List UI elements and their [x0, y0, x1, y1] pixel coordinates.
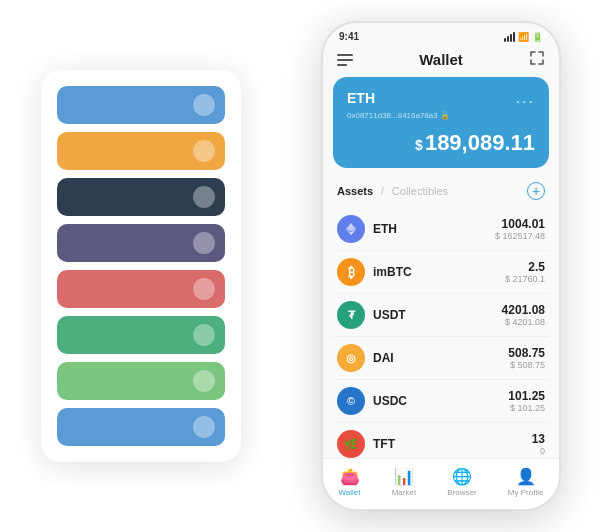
bottom-nav: 👛 Wallet 📊 Market 🌐 Browser 👤 My Profile	[323, 458, 559, 509]
list-item[interactable]	[57, 362, 225, 400]
expand-icon[interactable]	[529, 50, 545, 69]
asset-name: DAI	[373, 351, 508, 365]
wallet-card-header: ETH ...	[347, 89, 535, 107]
time-display: 9:41	[339, 31, 359, 42]
browser-nav-label: Browser	[447, 488, 476, 497]
svg-marker-0	[346, 223, 356, 232]
list-item[interactable]	[57, 224, 225, 262]
market-nav-icon: 📊	[394, 467, 414, 486]
asset-amount: 4201.08 $ 4201.08	[502, 303, 545, 327]
nav-item-market[interactable]: 📊 Market	[392, 467, 416, 497]
wallet-nav-label: Wallet	[339, 488, 361, 497]
card-dot-icon	[193, 278, 215, 300]
card-dot-icon	[193, 140, 215, 162]
usdc-icon: ©	[337, 387, 365, 415]
page-title: Wallet	[419, 51, 463, 68]
table-row[interactable]: ₮ USDT 4201.08 $ 4201.08	[333, 294, 549, 337]
asset-name: TFT	[373, 437, 532, 451]
asset-name: USDC	[373, 394, 508, 408]
battery-icon: 🔋	[532, 32, 543, 42]
wallet-card[interactable]: ETH ... 0x08711d38...8416a78a3 🔒 $189,08…	[333, 77, 549, 168]
wallet-options-button[interactable]: ...	[516, 89, 535, 107]
nav-item-wallet[interactable]: 👛 Wallet	[339, 467, 361, 497]
card-stack	[41, 70, 241, 462]
table-row[interactable]: © USDC 101.25 $ 101.25	[333, 380, 549, 423]
list-item[interactable]	[57, 270, 225, 308]
list-item[interactable]	[57, 178, 225, 216]
card-dot-icon	[193, 186, 215, 208]
eth-icon	[337, 215, 365, 243]
card-dot-icon	[193, 94, 215, 116]
asset-name: ETH	[373, 222, 495, 236]
card-dot-icon	[193, 324, 215, 346]
assets-tabs: Assets / Collectibles	[337, 185, 448, 197]
menu-icon[interactable]	[337, 54, 353, 66]
balance-amount: 189,089.11	[425, 130, 535, 155]
assets-header: Assets / Collectibles +	[323, 178, 559, 208]
nav-item-profile[interactable]: 👤 My Profile	[508, 467, 544, 497]
list-item[interactable]	[57, 132, 225, 170]
asset-name: USDT	[373, 308, 502, 322]
table-row[interactable]: ETH 1004.01 $ 162517.48	[333, 208, 549, 251]
wallet-balance: $189,089.11	[347, 130, 535, 156]
list-item[interactable]	[57, 316, 225, 354]
tab-assets[interactable]: Assets	[337, 185, 373, 197]
phone-header: Wallet	[323, 46, 559, 77]
table-row[interactable]: ◎ DAI 508.75 $ 508.75	[333, 337, 549, 380]
asset-name: imBTC	[373, 265, 505, 279]
status-icons: 📶 🔋	[504, 32, 543, 42]
wallet-nav-icon: 👛	[340, 467, 360, 486]
browser-nav-icon: 🌐	[452, 467, 472, 486]
list-item[interactable]	[57, 86, 225, 124]
wifi-icon: 📶	[518, 32, 529, 42]
market-nav-label: Market	[392, 488, 416, 497]
dai-icon: ◎	[337, 344, 365, 372]
card-dot-icon	[193, 370, 215, 392]
card-dot-icon	[193, 232, 215, 254]
phone-mockup: 9:41 📶 🔋 Wallet ETH	[321, 21, 561, 511]
wallet-coin-label: ETH	[347, 90, 375, 106]
asset-amount: 1004.01 $ 162517.48	[495, 217, 545, 241]
usdt-icon: ₮	[337, 301, 365, 329]
signal-icon	[504, 32, 515, 42]
asset-amount: 2.5 $ 21760.1	[505, 260, 545, 284]
asset-list: ETH 1004.01 $ 162517.48 ₿ imBTC 2.5 $ 21…	[323, 208, 559, 458]
scene: 9:41 📶 🔋 Wallet ETH	[11, 11, 591, 521]
table-row[interactable]: ₿ imBTC 2.5 $ 21760.1	[333, 251, 549, 294]
currency-symbol: $	[415, 137, 423, 153]
asset-amount: 508.75 $ 508.75	[508, 346, 545, 370]
wallet-address: 0x08711d38...8416a78a3 🔒	[347, 111, 535, 120]
nav-item-browser[interactable]: 🌐 Browser	[447, 467, 476, 497]
imbtc-icon: ₿	[337, 258, 365, 286]
tab-separator: /	[381, 186, 384, 197]
asset-amount: 101.25 $ 101.25	[508, 389, 545, 413]
tab-collectibles[interactable]: Collectibles	[392, 185, 448, 197]
add-asset-button[interactable]: +	[527, 182, 545, 200]
tft-icon: 🌿	[337, 430, 365, 458]
table-row[interactable]: 🌿 TFT 13 0	[333, 423, 549, 458]
profile-nav-label: My Profile	[508, 488, 544, 497]
profile-nav-icon: 👤	[516, 467, 536, 486]
status-bar: 9:41 📶 🔋	[323, 23, 559, 46]
list-item[interactable]	[57, 408, 225, 446]
asset-amount: 13 0	[532, 432, 545, 456]
card-dot-icon	[193, 416, 215, 438]
